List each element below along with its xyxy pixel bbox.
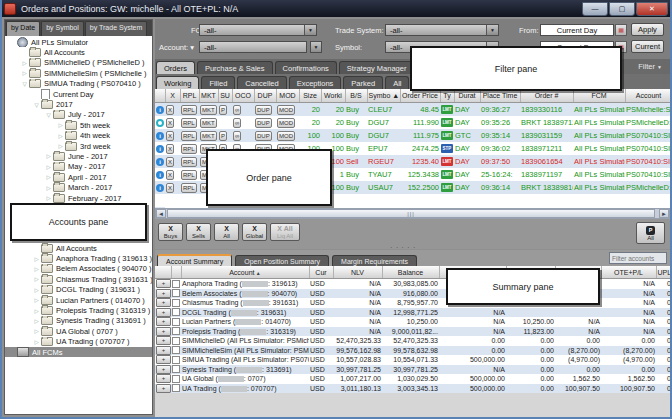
tree-item-march-2017[interactable]: ▷March - 2017	[5, 182, 152, 192]
fcm-select[interactable]: -all- ▼	[199, 24, 317, 36]
replace-order-button[interactable]: RPL	[181, 144, 197, 154]
order-row[interactable]: XRPLMKT∞DUPMOD2020BuyDGU7111.990LMTDAY09…	[155, 116, 670, 129]
modify-order-button[interactable]: MOD	[277, 131, 295, 141]
tree-item-4th-week[interactable]: ▷4th week	[5, 131, 152, 141]
duplicate-order-button[interactable]: DUP	[255, 131, 272, 141]
column-header-size[interactable]: Size	[299, 89, 321, 103]
global-button[interactable]: XGlobal	[242, 223, 267, 241]
tree-item-ua-trading-070707[interactable]: ▷UA Trading ( 070707 )	[5, 337, 152, 347]
tree-expander-icon[interactable]: ▷	[44, 174, 53, 180]
tree-expander-icon[interactable]: ▷	[44, 185, 53, 191]
order-info-icon[interactable]: i	[156, 184, 164, 192]
column-header-mod[interactable]: MOD	[276, 89, 299, 103]
tab-strategy-manager[interactable]: Strategy Manager	[339, 61, 415, 74]
summary-row[interactable]: +DCGL Trading (: 319631)USDN/A12,998,771…	[155, 308, 670, 318]
order-info-icon[interactable]: i	[156, 132, 164, 140]
order-info-icon[interactable]	[156, 119, 164, 127]
tree-expander-icon[interactable]: ▷	[56, 143, 65, 149]
column-header-symbo[interactable]: Symbo ▲	[367, 89, 400, 103]
summary-row[interactable]: +SIMMichelleSim (All PLs Simulator: PSMi…	[155, 346, 670, 356]
calendar-icon[interactable]: ▦	[615, 24, 627, 36]
summary-row[interactable]: +Lucian Partners (: 014070)USDN/A10,250.…	[155, 317, 670, 327]
tree-item-all-accounts[interactable]: All Accounts	[5, 243, 152, 253]
order-info-icon[interactable]: i	[156, 171, 164, 179]
tree-item-2017[interactable]: ▽2017	[5, 99, 152, 109]
row-checkbox[interactable]	[172, 308, 180, 316]
left-pane-tab-by-date[interactable]: by Date	[6, 21, 40, 36]
order-row[interactable]: iXRPLMKTP∞DUPMOD2020BuyCLEU748.45LMTDAY0…	[155, 103, 670, 117]
expand-row-button[interactable]: +	[156, 308, 171, 317]
tree-item-ua-global-0707[interactable]: ▷UA Global ( 0707 )	[5, 326, 152, 336]
row-checkbox[interactable]	[172, 327, 180, 335]
column-header-cur[interactable]: Cur	[309, 266, 333, 279]
row-checkbox[interactable]	[172, 365, 180, 373]
tree-expander-icon[interactable]: ▷	[56, 133, 65, 139]
order-info-icon[interactable]: i	[156, 145, 164, 153]
summary-row[interactable]: +SIMUA Trading (All PLs Simulator: PS070…	[155, 355, 670, 365]
flatten-all-button[interactable]: P All	[636, 222, 665, 244]
tree-expander-icon[interactable]: ▷	[44, 153, 53, 159]
expand-row-button[interactable]: +	[156, 384, 171, 393]
cancel-order-button[interactable]: X	[166, 105, 174, 115]
go-market-button[interactable]: MKT	[200, 131, 217, 141]
column-header-su[interactable]: SU	[218, 89, 232, 103]
replace-order-button[interactable]: RPL	[181, 118, 197, 128]
minimize-button[interactable]: —	[582, 2, 608, 16]
tree-expander-icon[interactable]: ▽	[20, 81, 29, 87]
tree-expander-icon[interactable]: ▷	[32, 308, 41, 314]
order-row[interactable]: iXRPLMKTP∞DUPMOD100100BuyDGU7111.975LMTG…	[155, 129, 670, 142]
scroll-right-icon[interactable]: ►	[659, 209, 669, 218]
tree-expander-icon[interactable]: ▷	[32, 339, 41, 345]
row-checkbox[interactable]	[172, 346, 180, 354]
tree-item-3rd-week[interactable]: ▷3rd week	[5, 141, 152, 151]
tree-item-chiasmus-trading-391631[interactable]: ▷Chiasmus Trading ( 391631 )	[5, 274, 152, 284]
expand-row-button[interactable]: +	[156, 355, 171, 364]
replace-order-button[interactable]: RPL	[181, 170, 197, 180]
tab-all[interactable]: All	[385, 76, 409, 89]
expand-row-button[interactable]: +	[156, 374, 171, 383]
summary-row[interactable]: +Synesis Trading (: 313691)USD30,997,781…	[155, 365, 670, 375]
column-header-b-s[interactable]: B/S	[345, 89, 367, 103]
duplicate-order-button[interactable]: DUP	[255, 118, 272, 128]
tree-expander-icon[interactable]: ▷	[20, 60, 29, 66]
row-checkbox[interactable]	[172, 356, 180, 364]
expand-row-button[interactable]: +	[156, 365, 171, 374]
chevron-down-icon[interactable]: ▼	[486, 25, 498, 35]
scroll-left-icon[interactable]: ◄	[156, 209, 166, 218]
suspend-button[interactable]: P	[219, 105, 227, 115]
expand-row-button[interactable]: +	[156, 327, 171, 336]
tree-expander-icon[interactable]: ▷	[56, 122, 65, 128]
summary-row[interactable]: +Prolepsis Trading (: 316319)USDN/A9,000…	[155, 327, 670, 337]
cancel-order-button[interactable]: X	[166, 170, 174, 180]
left-pane-tab-by-trade-system[interactable]: by Trade System	[85, 21, 148, 36]
cancel-order-button[interactable]: X	[166, 131, 174, 141]
tree-expander-icon[interactable]: ▽	[44, 112, 53, 118]
cancel-order-button[interactable]: X	[166, 118, 174, 128]
suspend-button[interactable]: P	[219, 131, 227, 141]
tab-working[interactable]: Working	[156, 76, 199, 89]
tree-expander-icon[interactable]: ▷	[32, 328, 41, 334]
tree-item-july-2017[interactable]: ▽July - 2017	[5, 110, 152, 120]
tab-parked[interactable]: Parked	[343, 76, 383, 89]
row-checkbox[interactable]	[172, 299, 180, 307]
expand-row-button[interactable]: +	[156, 346, 171, 355]
filter-accounts-input[interactable]	[609, 252, 667, 264]
column-header-ty[interactable]: Ty	[440, 89, 454, 103]
tree-item-anaphora-trading-319613[interactable]: ▷Anaphora Trading ( 319613 )	[5, 253, 152, 263]
tab-margin-requirements[interactable]: Margin Requirements	[332, 255, 417, 266]
left-pane-tab-by-symbol[interactable]: by Symbol	[41, 21, 84, 36]
account-label[interactable]: Account: ▾	[159, 43, 194, 52]
tree-item-synesis-trading-313691[interactable]: ▷Synesis Trading ( 313691 )	[5, 316, 152, 326]
tree-expander-icon[interactable]: ▷	[20, 70, 29, 76]
current-button[interactable]: Current	[631, 40, 664, 53]
tab-confirmations[interactable]: Confirmations	[275, 61, 337, 74]
expand-row-button[interactable]: +	[156, 317, 171, 326]
go-market-button[interactable]: MKT	[200, 105, 217, 115]
column-header-order[interactable]: Order #	[520, 89, 573, 103]
modify-order-button[interactable]: MOD	[277, 105, 295, 115]
row-checkbox[interactable]	[172, 318, 180, 326]
tree-expander-icon[interactable]: ▷	[32, 318, 41, 324]
tree-item-prolepsis-trading-316319[interactable]: ▷Prolepsis Trading ( 316319 )	[5, 305, 152, 315]
tree-item-june-2017[interactable]: ▷June - 2017	[5, 151, 152, 161]
column-header-dup[interactable]: DUP	[254, 89, 276, 103]
